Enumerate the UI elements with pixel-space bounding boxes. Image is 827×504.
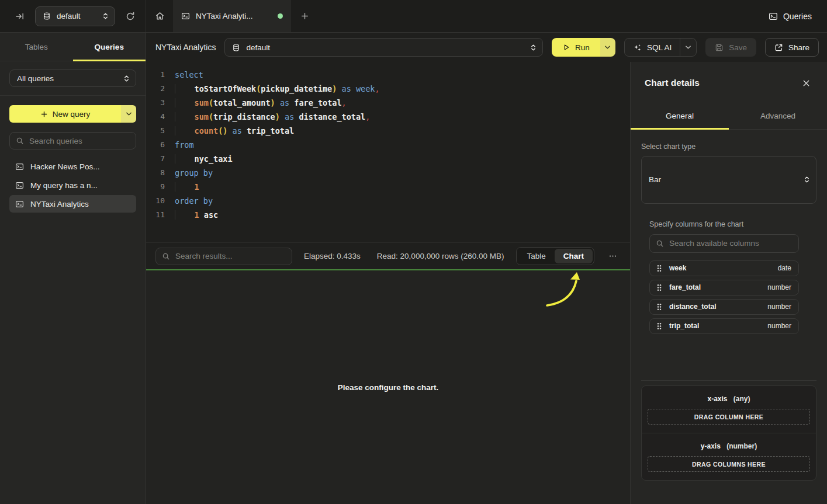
share-button[interactable]: Share xyxy=(765,38,819,57)
y-axis-label: y-axis xyxy=(701,442,721,450)
sql-code-line: 11 1 asc xyxy=(146,208,630,222)
y-axis-type-hint: (number) xyxy=(726,442,757,450)
collapse-sidebar-icon[interactable] xyxy=(13,9,27,23)
x-axis-label: x-axis xyxy=(707,395,727,403)
editor-column: 1select2 toStartOfWeek(pickup_datetime) … xyxy=(146,62,630,504)
save-button[interactable]: Save xyxy=(705,38,756,57)
y-axis-drop-zone[interactable]: DRAG COLUMNS HERE xyxy=(648,456,810,472)
x-axis-section: x-axis (any) DRAG COLUMN HERE xyxy=(642,386,816,433)
query-list-item[interactable]: Hacker News Pos... xyxy=(9,158,136,175)
chart-details-panel: Chart details GeneralAdvanced Select cha… xyxy=(630,62,827,504)
query-search-input[interactable] xyxy=(29,137,130,145)
share-icon xyxy=(774,43,783,52)
sidebar-actions: New query xyxy=(0,96,146,126)
line-number: 9 xyxy=(146,180,165,194)
new-query-split-button: New query xyxy=(9,105,136,123)
sql-ai-button[interactable]: SQL AI xyxy=(625,39,680,56)
play-icon xyxy=(562,43,570,51)
query-list: Hacker News Pos...My query has a n...NYT… xyxy=(0,155,146,215)
query-list-item[interactable]: NYTaxi Analytics xyxy=(9,195,136,213)
column-chip-fare_total[interactable]: fare_totalnumber xyxy=(649,280,799,296)
new-tab-plus-icon[interactable] xyxy=(291,0,318,32)
chart-details-body: Select chart type Bar Specify columns fo… xyxy=(631,130,827,504)
drag-handle-icon[interactable] xyxy=(656,303,662,311)
chart-details-header: Chart details xyxy=(631,62,827,104)
sql-ai-label: SQL AI xyxy=(647,43,672,52)
columns-search-input[interactable] xyxy=(669,239,793,248)
table-chart-toggle: TableChart xyxy=(516,247,594,265)
new-query-dropdown-button[interactable] xyxy=(121,105,136,123)
queries-nav-button[interactable]: Queries xyxy=(769,12,812,21)
columns-section-label: Specify columns for the chart xyxy=(649,220,799,228)
search-icon xyxy=(16,137,24,145)
plus-icon xyxy=(40,110,48,118)
chart-type-select[interactable]: Bar xyxy=(641,156,816,204)
tab-general[interactable]: General xyxy=(631,104,729,129)
sidebar: TablesQueries All queries New query xyxy=(0,33,146,504)
view-toggle-table[interactable]: Table xyxy=(518,249,554,263)
y-axis-section: y-axis (number) DRAG COLUMNS HERE xyxy=(642,433,816,480)
sidebar-tab-tables[interactable]: Tables xyxy=(0,33,73,61)
sql-code-line: 6from xyxy=(146,138,630,152)
results-search-input[interactable] xyxy=(175,252,286,260)
tab-advanced[interactable]: Advanced xyxy=(729,104,827,129)
share-label: Share xyxy=(788,43,809,52)
sql-editor[interactable]: 1select2 toStartOfWeek(pickup_datetime) … xyxy=(146,62,630,242)
home-icon[interactable] xyxy=(146,0,173,32)
run-button[interactable]: Run xyxy=(552,38,600,57)
query-terminal-icon xyxy=(15,200,24,208)
page-title: NYTaxi Analytics xyxy=(155,43,216,52)
available-columns-list: weekdatefare_totalnumberdistance_totalnu… xyxy=(649,260,799,334)
more-options-icon[interactable] xyxy=(606,249,620,263)
run-dropdown-button[interactable] xyxy=(600,38,615,57)
results-toolbar: Elapsed: 0.433s Read: 20,000,000 rows (2… xyxy=(146,242,630,269)
chart-details-title: Chart details xyxy=(645,78,700,88)
column-chip-trip_total[interactable]: trip_totalnumber xyxy=(649,318,799,334)
annotation-arrow xyxy=(541,272,588,311)
sql-code: 1select2 toStartOfWeek(pickup_datetime) … xyxy=(146,68,630,222)
refresh-icon[interactable] xyxy=(123,9,137,23)
line-content: sum(trip_distance) as distance_total, xyxy=(175,110,370,124)
sql-code-line: 4 sum(trip_distance) as distance_total, xyxy=(146,110,630,124)
sql-ai-dropdown-button[interactable] xyxy=(680,39,696,56)
axes-config-box: x-axis (any) DRAG COLUMN HERE y-axis (nu… xyxy=(641,385,816,481)
chevron-updown-icon xyxy=(804,176,810,183)
line-content: 1 asc xyxy=(175,208,218,222)
sidebar-tab-queries[interactable]: Queries xyxy=(73,33,146,61)
top-bar: default NYTaxi Analyti... Que xyxy=(0,0,827,33)
column-chip-week[interactable]: weekdate xyxy=(649,260,799,276)
drag-handle-icon[interactable] xyxy=(656,284,662,291)
column-type: number xyxy=(767,283,791,291)
new-query-button[interactable]: New query xyxy=(9,105,121,123)
rows-read-stat: Read: 20,000,000 rows (260.00 MB) xyxy=(377,252,504,260)
close-icon[interactable] xyxy=(800,77,813,90)
drag-handle-icon[interactable] xyxy=(656,265,662,272)
header-database-select[interactable]: default xyxy=(224,38,542,57)
view-toggle-chart[interactable]: Chart xyxy=(555,249,593,263)
header-database-value: default xyxy=(246,43,524,52)
topbar-database-select[interactable]: default xyxy=(35,6,115,26)
query-list-item[interactable]: My query has a n... xyxy=(9,176,136,194)
tab-nytaxi-analytics[interactable]: NYTaxi Analyti... xyxy=(173,0,291,32)
line-number: 8 xyxy=(146,166,165,180)
main-area: NYTaxi Analytics default Run xyxy=(146,33,827,504)
chart-type-value: Bar xyxy=(649,175,798,184)
sql-code-line: 2 toStartOfWeek(pickup_datetime) as week… xyxy=(146,82,630,96)
x-axis-drop-zone[interactable]: DRAG COLUMN HERE xyxy=(648,409,810,425)
chevron-down-icon xyxy=(126,112,132,116)
line-number: 2 xyxy=(146,82,165,96)
column-name: fare_total xyxy=(669,283,701,291)
column-type: date xyxy=(778,264,791,272)
column-chip-distance_total[interactable]: distance_totalnumber xyxy=(649,299,799,315)
run-split-button: Run xyxy=(552,38,615,57)
column-name: trip_total xyxy=(669,322,699,330)
drag-handle-icon[interactable] xyxy=(656,322,662,330)
sql-ai-split-button: SQL AI xyxy=(624,38,697,57)
line-content: 1 xyxy=(175,180,199,194)
query-filter-select[interactable]: All queries xyxy=(9,69,136,87)
app-body: TablesQueries All queries New query xyxy=(0,33,827,504)
chart-empty-message: Please configure the chart. xyxy=(338,383,439,392)
elapsed-time: Elapsed: 0.433s xyxy=(304,252,361,260)
sql-code-line: 9 1 xyxy=(146,180,630,194)
line-content: order by xyxy=(175,194,213,208)
